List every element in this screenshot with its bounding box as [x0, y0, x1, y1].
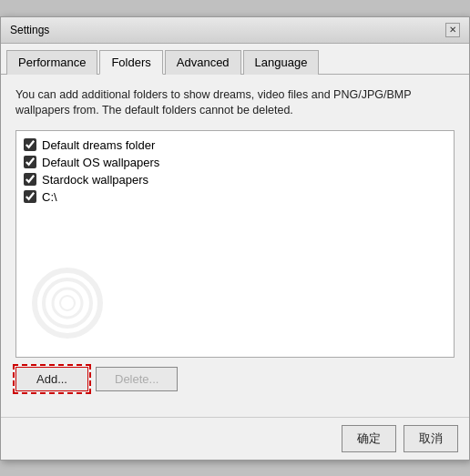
delete-button[interactable]: Delete...: [96, 367, 178, 391]
add-button[interactable]: Add...: [15, 367, 88, 391]
list-item[interactable]: C:\: [24, 188, 446, 206]
list-item[interactable]: Default dreams folder: [24, 137, 446, 154]
tab-content: You can add additional folders to show d…: [1, 75, 469, 417]
action-buttons: Add... Delete...: [15, 367, 455, 391]
tab-folders[interactable]: Folders: [99, 50, 162, 75]
svg-point-2: [53, 289, 82, 318]
folder-label-0: Default dreams folder: [42, 138, 155, 152]
settings-window: Settings ✕ Performance Folders Advanced …: [0, 16, 470, 461]
tab-language[interactable]: Language: [243, 50, 320, 75]
ok-button[interactable]: 确定: [342, 425, 396, 452]
list-item[interactable]: Default OS wallpapers: [24, 154, 446, 171]
folder-checkbox-3[interactable]: [24, 190, 36, 203]
folder-label-1: Default OS wallpapers: [42, 156, 159, 169]
folder-list: Default dreams folder Default OS wallpap…: [15, 130, 455, 358]
footer: 确定 取消: [1, 417, 469, 460]
tab-bar: Performance Folders Advanced Language: [1, 44, 469, 75]
folder-label-3: C:\: [42, 190, 57, 204]
watermark: [31, 267, 104, 342]
close-icon: ✕: [449, 25, 456, 35]
folder-label-2: Stardock wallpapers: [42, 173, 148, 187]
list-item[interactable]: Stardock wallpapers: [24, 171, 446, 188]
folder-checkbox-0[interactable]: [24, 138, 36, 151]
title-bar: Settings ✕: [1, 17, 469, 44]
close-button[interactable]: ✕: [445, 23, 460, 37]
window-title: Settings: [10, 24, 49, 36]
folder-checkbox-1[interactable]: [24, 156, 36, 168]
tab-performance[interactable]: Performance: [6, 50, 97, 75]
description-text: You can add additional folders to show d…: [15, 87, 455, 119]
cancel-button[interactable]: 取消: [404, 425, 458, 452]
tab-advanced[interactable]: Advanced: [165, 50, 241, 75]
svg-point-3: [60, 296, 75, 310]
folder-checkbox-2[interactable]: [24, 173, 36, 186]
svg-point-1: [44, 279, 91, 327]
